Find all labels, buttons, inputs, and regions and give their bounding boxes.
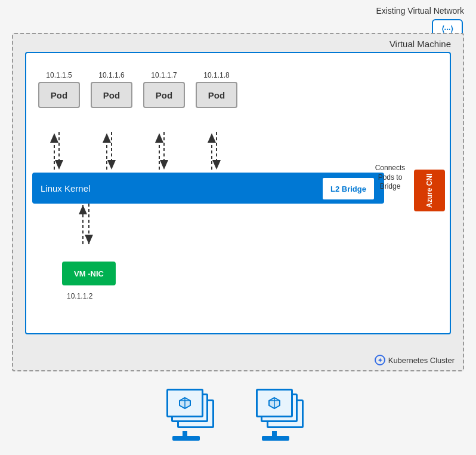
pod-group-3: 10.1.1.7 Pod: [143, 71, 185, 108]
kernel-label: Linux Kernel: [41, 183, 90, 193]
server-group-2: [256, 389, 310, 439]
vm-nic-box: VM -NIC: [62, 262, 116, 285]
k8s-label: ✦ Kubernetes Cluster: [375, 355, 455, 365]
pods-row: 10.1.1.5 Pod 10.1.1.6 Pod 10.1.1.7 Pod 1…: [38, 71, 237, 108]
pod-group-4: 10.1.1.8 Pod: [196, 71, 237, 108]
pod4-ip: 10.1.1.8: [203, 71, 229, 79]
monitor-stand-1: [172, 436, 200, 441]
vm-label: Virtual Machine: [390, 39, 451, 49]
pod3-box: Pod: [143, 82, 185, 108]
pod2-ip: 10.1.1.6: [98, 71, 124, 79]
monitor2-front: [256, 389, 293, 417]
existing-vnet-label: Existing Virtual Network: [376, 6, 464, 16]
bottom-servers-section: [0, 373, 476, 455]
network-chevron-icon: ⟨···⟩: [441, 24, 454, 33]
pod1-box: Pod: [38, 82, 80, 108]
cube-icon-front-2: [268, 396, 281, 410]
kubernetes-icon: ✦: [375, 355, 385, 365]
pod-group-2: 10.1.1.6 Pod: [91, 71, 132, 108]
l2-bridge-box: L2 Bridge: [322, 177, 375, 201]
pod4-box: Pod: [196, 82, 237, 108]
k8s-label-text: Kubernetes Cluster: [388, 356, 455, 365]
vm-nic-ip: 10.1.1.2: [67, 292, 92, 300]
pod2-box: Pod: [91, 82, 132, 108]
diagram-container: Existing Virtual Network ⟨···⟩ Virtual M…: [0, 0, 476, 455]
connects-pods-label: Connects Pods to Bridge: [369, 164, 411, 192]
monitor-stand-2: [262, 436, 289, 441]
pod3-ip: 10.1.1.7: [151, 71, 177, 79]
outer-dashed-box: Virtual Machine: [12, 33, 464, 371]
server-group-1: [166, 389, 220, 439]
pod1-ip: 10.1.1.5: [46, 71, 72, 79]
cube-icon-front: [178, 396, 191, 410]
azure-cni-box: Azure CNI: [414, 170, 445, 211]
pod-group-1: 10.1.1.5 Pod: [38, 71, 80, 108]
inner-blue-box: 10.1.1.5 Pod 10.1.1.6 Pod 10.1.1.7 Pod 1…: [25, 52, 451, 334]
monitor-front: [166, 389, 203, 417]
